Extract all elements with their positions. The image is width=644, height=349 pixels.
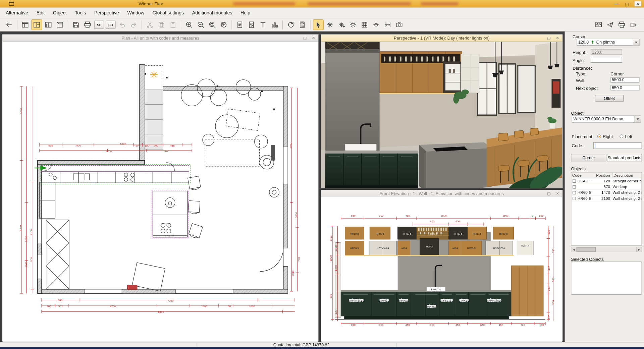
view-perspective-icon[interactable] xyxy=(54,19,65,30)
menu-item[interactable]: Global settings xyxy=(148,8,188,17)
report-icon[interactable] xyxy=(234,19,245,30)
render-image-icon[interactable] xyxy=(593,19,604,30)
view-split-icon[interactable] xyxy=(32,19,42,30)
menu-item[interactable]: Help xyxy=(236,8,255,17)
snap-object-icon[interactable] xyxy=(371,19,381,30)
perspective-close-icon[interactable]: ✕ xyxy=(554,35,560,41)
distance-label: Distance: xyxy=(573,66,592,71)
dropdown-arrow-icon[interactable] xyxy=(635,116,641,122)
elevation-panel-titlebar[interactable]: Front Elevation - 1 : Wall - 1, Elevatio… xyxy=(321,190,562,197)
plan-drawing-canvas[interactable]: 6509005500450150300418275011003000425050… xyxy=(2,42,318,342)
insert-object-icon[interactable] xyxy=(324,19,335,30)
table-row[interactable]: 870 Worktop xyxy=(571,184,641,190)
code-field[interactable] xyxy=(593,142,642,149)
refresh-icon[interactable] xyxy=(285,19,296,30)
copy-icon[interactable] xyxy=(156,19,167,30)
standard-products-button[interactable]: Standard products xyxy=(607,154,642,161)
placement-right-radio[interactable] xyxy=(597,134,601,138)
angle-field[interactable] xyxy=(591,57,622,63)
row-checkbox[interactable] xyxy=(573,196,576,200)
table-row[interactable]: HR60-5 1470 Wall shelving, 2 a xyxy=(571,190,641,195)
export-icon[interactable] xyxy=(628,19,639,30)
insert-light-icon[interactable] xyxy=(347,19,358,30)
send-plan-icon[interactable] xyxy=(605,19,615,30)
elevation-drawing-canvas[interactable]: 650900450550011002598900450HR60-5HR60-5H… xyxy=(321,197,562,342)
cell-position: 2100 xyxy=(595,196,612,201)
menu-item[interactable]: Perspective xyxy=(90,8,123,17)
menu-item[interactable]: Additional modules xyxy=(188,8,236,17)
row-checkbox[interactable] xyxy=(573,191,576,194)
report-alt-icon[interactable] xyxy=(246,19,257,30)
menu-item[interactable]: Window xyxy=(123,8,148,17)
placement-left-radio[interactable] xyxy=(620,134,623,138)
elevation-close-icon[interactable]: ✕ xyxy=(554,191,560,196)
plan-restore-icon[interactable]: ▢ xyxy=(302,35,308,41)
objects-table-header[interactable]: Code Position Description xyxy=(571,172,641,178)
perspective-restore-icon[interactable]: ▢ xyxy=(546,35,552,41)
column-position[interactable]: Position xyxy=(595,172,613,178)
svg-text:2: 2 xyxy=(532,214,534,217)
pointer-icon[interactable] xyxy=(313,19,324,30)
offset-button[interactable]: Offset xyxy=(595,95,624,102)
view-elevation-icon[interactable] xyxy=(43,19,54,30)
table-row[interactable]: HR60-5 2100 Wall shelving, 2 a xyxy=(571,195,641,201)
close-button[interactable]: ✕ xyxy=(634,1,641,6)
menu-item[interactable]: Object xyxy=(49,8,71,17)
plan-panel-titlebar[interactable]: Plan - All units with codes and measures… xyxy=(2,35,318,42)
menu-item[interactable]: Alternative xyxy=(2,8,33,17)
pan-button[interactable]: pn xyxy=(106,20,116,29)
selected-objects-list[interactable] xyxy=(571,261,642,294)
zoom-in-icon[interactable] xyxy=(184,19,195,30)
chart-tool-icon[interactable] xyxy=(269,19,280,30)
save-icon[interactable] xyxy=(70,19,81,30)
plan-close-icon[interactable]: ✕ xyxy=(311,35,317,41)
redo-icon[interactable] xyxy=(128,19,139,30)
camera-icon[interactable] xyxy=(394,19,405,30)
scroll-right-icon[interactable]: ▶ xyxy=(636,247,642,252)
svg-text:2750: 2750 xyxy=(106,150,112,153)
svg-text:180: 180 xyxy=(539,324,544,327)
column-code[interactable]: Code xyxy=(571,172,595,178)
print-icon[interactable] xyxy=(82,19,93,30)
zoom-fit-icon[interactable] xyxy=(218,19,229,30)
row-checkbox[interactable] xyxy=(573,185,576,188)
table-row[interactable]: UEAD... 120 Straight corner ba xyxy=(571,178,641,184)
corner-button[interactable]: Corner xyxy=(571,154,606,161)
measure-icon[interactable] xyxy=(382,19,393,30)
insert-symbol-icon[interactable] xyxy=(336,19,347,30)
cut-icon[interactable] xyxy=(145,19,155,30)
zoom-out-icon[interactable] xyxy=(195,19,206,30)
text-tool-icon[interactable] xyxy=(258,19,268,30)
objects-table: Code Position Description UEAD... 120 St… xyxy=(571,172,642,245)
menu-item[interactable]: Edit xyxy=(32,8,49,17)
svg-text:300: 300 xyxy=(154,144,159,147)
objects-horizontal-scrollbar[interactable]: ◀ ▶ xyxy=(571,247,642,252)
row-checkbox[interactable] xyxy=(573,179,576,183)
print-view-icon[interactable] xyxy=(616,19,627,30)
undo-icon[interactable] xyxy=(117,19,127,30)
menu-item[interactable]: Tools xyxy=(71,8,90,17)
svg-text:150: 150 xyxy=(145,144,150,147)
perspective-panel-titlebar[interactable]: Perspective - 1 (VR Mode): Day (interior… xyxy=(321,35,562,42)
grid-icon[interactable] xyxy=(359,19,370,30)
cursor-position-combobox[interactable]: 120.0 ⬆ On plinths xyxy=(577,39,639,46)
elevation-restore-icon[interactable]: ▢ xyxy=(546,191,552,196)
height-field[interactable] xyxy=(591,49,622,55)
calculator-icon[interactable] xyxy=(297,19,308,30)
wall-field[interactable] xyxy=(610,77,639,82)
scroll-left-icon[interactable]: ◀ xyxy=(571,247,577,252)
next-object-field[interactable] xyxy=(610,85,639,91)
zoom-window-icon[interactable] xyxy=(207,19,218,30)
maximize-button[interactable]: ▢ xyxy=(623,1,631,6)
back-arrow-icon[interactable] xyxy=(4,19,14,30)
paste-icon[interactable] xyxy=(168,19,178,30)
column-description[interactable]: Description xyxy=(612,172,641,178)
catalog-combobox[interactable]: WINNER 0000-3 EN Demo xyxy=(572,116,641,123)
scale-button[interactable]: sc xyxy=(94,20,104,29)
scrollbar-thumb[interactable] xyxy=(577,247,596,252)
minimize-button[interactable]: — xyxy=(612,1,620,6)
objects-table-body: UEAD... 120 Straight corner ba 870 Workt… xyxy=(571,178,641,201)
perspective-3d-viewport[interactable] xyxy=(321,42,562,188)
dropdown-arrow-icon[interactable] xyxy=(633,39,639,45)
view-plan-icon[interactable] xyxy=(20,19,31,30)
